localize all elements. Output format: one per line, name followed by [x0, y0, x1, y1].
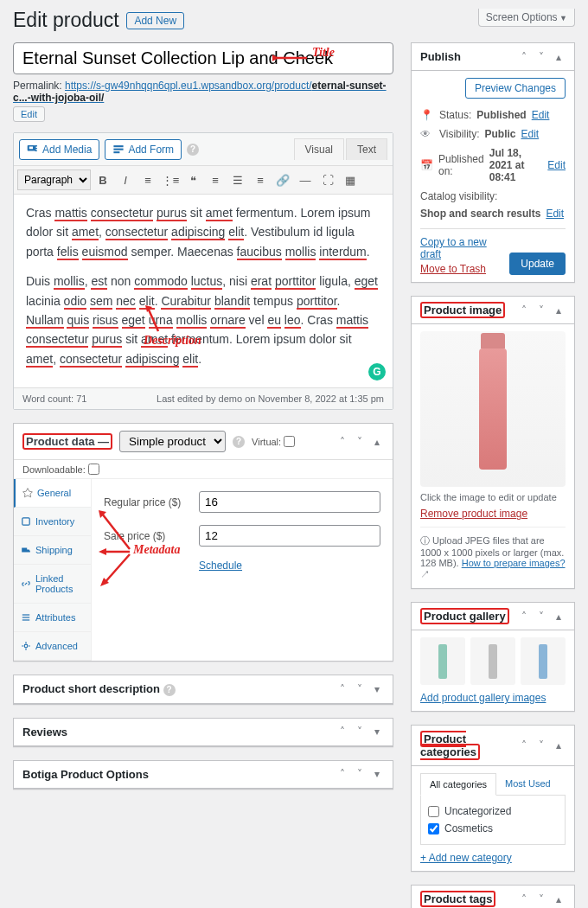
toggle-icon[interactable]: ▴	[370, 436, 384, 448]
schedule-link[interactable]: Schedule	[199, 560, 242, 572]
toggle-icon[interactable]: ▴	[552, 893, 566, 905]
gallery-thumb[interactable]	[521, 637, 566, 685]
chevron-up-icon[interactable]: ˄	[517, 739, 531, 751]
chevron-up-icon[interactable]: ˄	[336, 726, 349, 738]
edit-date-link[interactable]: Edit	[547, 159, 566, 171]
short-desc-title: Product short description	[22, 682, 160, 695]
tab-text[interactable]: Text	[346, 138, 387, 160]
chevron-down-icon[interactable]: ˅	[353, 436, 367, 448]
chevron-down-icon[interactable]: ˅	[534, 304, 548, 317]
calendar-icon: 📅	[420, 159, 433, 171]
help-icon[interactable]: ?	[187, 144, 199, 156]
cat-checkbox-cosmetics[interactable]	[428, 823, 439, 834]
chevron-down-icon[interactable]: ˅	[534, 739, 548, 751]
align-right-btn[interactable]: ≡	[250, 169, 271, 190]
add-category-link[interactable]: + Add new category	[420, 852, 512, 864]
gallery-thumb[interactable]	[420, 637, 465, 685]
chevron-down-icon[interactable]: ˅	[534, 893, 548, 905]
svg-rect-2	[114, 145, 124, 147]
cat-tab-most[interactable]: Most Used	[496, 773, 559, 795]
number-list-btn[interactable]: ⋮≡	[160, 169, 181, 190]
chevron-up-icon[interactable]: ˄	[336, 683, 349, 695]
chevron-down-icon[interactable]: ˅	[353, 683, 367, 695]
toggle-icon[interactable]: ▴	[552, 611, 566, 623]
chevron-up-icon[interactable]: ˄	[336, 436, 349, 448]
chevron-up-icon[interactable]: ˄	[517, 611, 531, 623]
downloadable-checkbox[interactable]	[88, 464, 99, 475]
reviews-title: Reviews	[22, 726, 67, 739]
toolbar-toggle-btn[interactable]: ▦	[340, 169, 361, 190]
product-title-input[interactable]	[13, 42, 393, 74]
botiga-title: Botiga Product Options	[22, 768, 149, 781]
chevron-up-icon[interactable]: ˄	[336, 768, 349, 780]
permalink-row: Permalink: https://s-gw49nhqqn6qpl.eu1.w…	[13, 80, 393, 104]
tab-advanced[interactable]: Advanced	[14, 632, 91, 661]
gallery-thumb[interactable]	[470, 637, 515, 685]
chevron-down-icon[interactable]: ˅	[534, 611, 548, 623]
chevron-up-icon[interactable]: ˄	[517, 893, 531, 905]
tab-inventory[interactable]: Inventory	[14, 508, 91, 536]
product-image-preview[interactable]	[420, 331, 566, 487]
italic-btn[interactable]: I	[115, 169, 136, 190]
edit-catalog-link[interactable]: Edit	[546, 208, 564, 220]
toggle-icon[interactable]: ▾	[370, 726, 384, 738]
editor-content[interactable]: Cras mattis consectetur purus sit amet f…	[14, 195, 393, 387]
tab-linked[interactable]: Linked Products	[14, 565, 91, 604]
permalink-link[interactable]: https://s-gw49nhqqn6qpl.eu1.wpsandbox.or…	[13, 80, 387, 104]
svg-rect-10	[22, 620, 29, 621]
tab-general[interactable]: General	[14, 479, 91, 508]
svg-rect-8	[22, 615, 29, 616]
help-icon[interactable]: ?	[233, 436, 245, 448]
toggle-icon[interactable]: ▴	[552, 739, 566, 751]
toggle-icon[interactable]: ▾	[370, 683, 384, 695]
eye-icon: 👁	[420, 128, 434, 140]
chevron-up-icon[interactable]: ˄	[517, 51, 531, 63]
virtual-checkbox[interactable]	[284, 436, 295, 447]
align-center-btn[interactable]: ☰	[227, 169, 248, 190]
add-new-button[interactable]: Add New	[126, 12, 184, 29]
cat-checkbox-uncategorized[interactable]	[428, 806, 439, 817]
readmore-btn[interactable]: —	[295, 169, 316, 190]
link-btn[interactable]: 🔗	[272, 169, 293, 190]
toggle-icon[interactable]: ▴	[552, 304, 566, 317]
regular-price-input[interactable]	[199, 491, 380, 513]
fullscreen-btn[interactable]: ⛶	[317, 169, 338, 190]
align-left-btn[interactable]: ≡	[205, 169, 226, 190]
toggle-icon[interactable]: ▾	[370, 768, 384, 780]
remove-image-link[interactable]: Remove product image	[420, 508, 527, 520]
grammarly-icon[interactable]: G	[368, 363, 386, 380]
tab-attributes[interactable]: Attributes	[14, 604, 91, 632]
sale-price-input[interactable]	[199, 525, 380, 547]
edit-slug-button[interactable]: Edit	[13, 106, 45, 122]
preview-changes-button[interactable]: Preview Changes	[465, 78, 566, 99]
svg-point-11	[24, 644, 28, 648]
update-button[interactable]: Update	[509, 253, 566, 275]
cat-tab-all[interactable]: All categories	[420, 773, 496, 796]
chevron-down-icon[interactable]: ˅	[534, 51, 548, 63]
chevron-down-icon[interactable]: ˅	[353, 726, 367, 738]
publish-title: Publish	[420, 50, 461, 63]
categories-title: Product categories	[420, 731, 480, 760]
toggle-icon[interactable]: ▴	[552, 51, 566, 63]
move-trash-link[interactable]: Move to Trash	[420, 263, 509, 275]
bullet-list-btn[interactable]: ≡	[137, 169, 158, 190]
quote-btn[interactable]: ❝	[182, 169, 203, 190]
add-media-button[interactable]: Add Media	[19, 139, 99, 160]
edit-visibility-link[interactable]: Edit	[521, 128, 539, 140]
help-icon[interactable]: ?	[163, 684, 176, 696]
image-hint: Click the image to edit or update	[420, 492, 566, 502]
format-select[interactable]: Paragraph	[17, 169, 91, 190]
add-form-button[interactable]: Add Form	[105, 139, 182, 160]
product-type-select[interactable]: Simple product	[119, 431, 226, 452]
tab-shipping[interactable]: Shipping	[14, 536, 91, 565]
copy-draft-link[interactable]: Copy to a new draft	[420, 236, 509, 260]
chevron-down-icon[interactable]: ˅	[353, 768, 367, 780]
svg-rect-7	[22, 518, 29, 525]
screen-options-btn[interactable]: Screen Options	[478, 9, 575, 27]
bold-btn[interactable]: B	[93, 169, 113, 190]
prepare-images-link[interactable]: How to prepare images?	[462, 558, 566, 568]
chevron-up-icon[interactable]: ˄	[517, 304, 531, 317]
add-gallery-link[interactable]: Add product gallery images	[420, 692, 546, 704]
edit-status-link[interactable]: Edit	[532, 109, 550, 121]
tab-visual[interactable]: Visual	[294, 138, 344, 160]
